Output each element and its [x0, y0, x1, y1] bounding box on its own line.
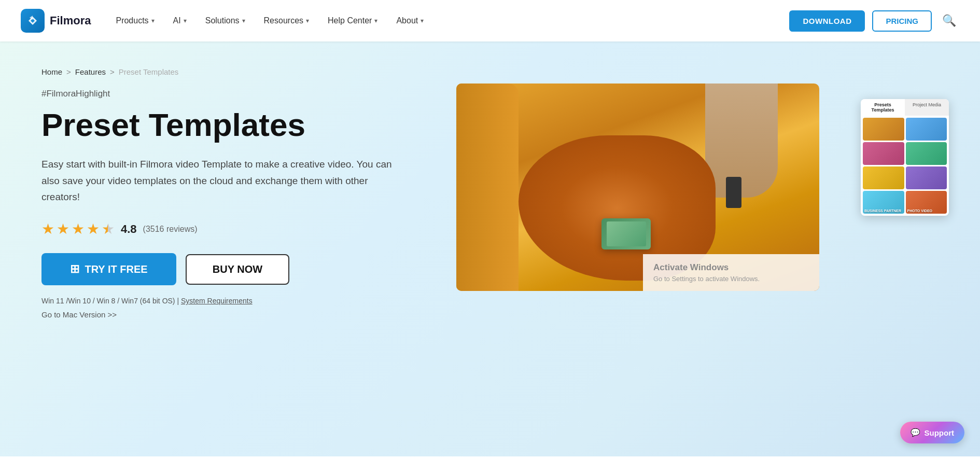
hero-section: Home > Features > Preset Templates #Film… — [0, 41, 980, 456]
windows-icon: ⊞ — [70, 262, 79, 276]
chevron-down-icon: ▾ — [374, 17, 377, 24]
nav-solutions-label: Solutions — [205, 16, 240, 25]
panel-cell-2[interactable] — [906, 118, 947, 141]
rating-score: 4.8 — [121, 222, 137, 236]
star-1: ★ — [41, 220, 54, 238]
activate-windows-overlay: Activate Windows Go to Settings to activ… — [643, 254, 819, 291]
nav-about[interactable]: About ▾ — [387, 0, 433, 41]
activate-windows-title: Activate Windows — [653, 262, 809, 273]
nav-solutions[interactable]: Solutions ▾ — [196, 0, 255, 41]
try-free-button[interactable]: ⊞ TRY IT FREE — [41, 253, 176, 285]
logo-text: Filmora — [50, 14, 91, 27]
search-button[interactable]: 🔍 — [939, 11, 959, 31]
star-rating: ★ ★ ★ ★ ★ — [41, 220, 115, 238]
nav-resources-label: Resources — [264, 16, 303, 25]
nav-ai[interactable]: AI ▾ — [164, 0, 196, 41]
chevron-down-icon: ▾ — [242, 17, 245, 24]
nav-products-label: Products — [116, 16, 148, 25]
system-requirements-link[interactable]: System Requirements — [181, 297, 253, 305]
hero-hashtag: #FilmoraHighlight — [41, 89, 425, 99]
panel-cell-3[interactable] — [863, 142, 904, 165]
hero-right: Activate Windows Go to Settings to activ… — [456, 84, 939, 301]
nav-resources[interactable]: Resources ▾ — [255, 0, 318, 41]
try-free-label: TRY IT FREE — [85, 263, 147, 275]
chevron-down-icon: ▾ — [151, 17, 155, 24]
chevron-down-icon: ▾ — [184, 17, 187, 24]
cell-7-label: BUSINESS PARTNER — [864, 209, 901, 213]
breadcrumb-home[interactable]: Home — [41, 67, 62, 76]
nav-products[interactable]: Products ▾ — [106, 0, 163, 41]
cell-8-label: PHOTO VIDEO — [907, 209, 933, 213]
pricing-button[interactable]: PRICING — [872, 10, 932, 32]
ui-panel-overlay: Presets Templates Project Media — [861, 99, 949, 216]
star-half: ★ — [102, 220, 115, 238]
floating-thumbnail — [601, 218, 651, 249]
panel-tab-presets[interactable]: Presets Templates — [861, 99, 905, 116]
support-chat-icon: 💬 — [911, 428, 920, 437]
panel-tab-media[interactable]: Project Media — [905, 99, 949, 116]
hero-content: #FilmoraHighlight Preset Templates Easy … — [41, 84, 939, 319]
rating-row: ★ ★ ★ ★ ★ 4.8 (3516 reviews) — [41, 220, 425, 238]
hero-image: Activate Windows Go to Settings to activ… — [456, 84, 819, 291]
main-nav: Products ▾ AI ▾ Solutions ▾ Resources ▾ … — [106, 0, 789, 41]
panel-cell-5[interactable] — [863, 166, 904, 189]
download-button[interactable]: DOWNLOAD — [789, 10, 865, 32]
logo-icon — [21, 9, 45, 33]
panel-cell-4[interactable] — [906, 142, 947, 165]
nav-help-center[interactable]: Help Center ▾ — [318, 0, 387, 41]
nav-ai-label: AI — [173, 16, 181, 25]
system-requirements-text: Win 11 /Win 10 / Win 8 / Win7 (64 bit OS… — [41, 297, 425, 305]
brush-decoration — [726, 177, 741, 208]
star-3: ★ — [72, 220, 85, 238]
nav-help-center-label: Help Center — [328, 16, 372, 25]
breadcrumb-sep: > — [66, 67, 71, 76]
chevron-down-icon: ▾ — [421, 17, 424, 24]
mac-version-link[interactable]: Go to Mac Version >> — [41, 310, 425, 319]
person-arm-decoration — [705, 84, 778, 198]
hero-title: Preset Templates — [41, 107, 425, 143]
breadcrumb: Home > Features > Preset Templates — [41, 67, 939, 76]
thumbnail-inner — [607, 221, 646, 246]
header-actions: DOWNLOAD PRICING 🔍 — [789, 10, 959, 32]
panel-cell-7[interactable]: BUSINESS PARTNER — [863, 191, 904, 214]
breadcrumb-sep2: > — [110, 67, 115, 76]
activate-windows-subtitle: Go to Settings to activate Windows. — [653, 275, 809, 283]
search-icon: 🔍 — [942, 14, 956, 27]
support-chat-label: Support — [925, 428, 955, 437]
star-2: ★ — [57, 220, 69, 238]
panel-cell-8[interactable]: PHOTO VIDEO — [906, 191, 947, 214]
breadcrumb-current: Preset Templates — [119, 67, 179, 76]
panel-grid: BUSINESS PARTNER PHOTO VIDEO — [861, 116, 949, 216]
cta-row: ⊞ TRY IT FREE BUY NOW — [41, 253, 425, 285]
rating-count: (3516 reviews) — [143, 225, 198, 234]
ui-panel-tabs: Presets Templates Project Media — [861, 99, 949, 116]
star-4: ★ — [87, 220, 100, 238]
panel-cell-6[interactable] — [906, 166, 947, 189]
header: Filmora Products ▾ AI ▾ Solutions ▾ Reso… — [0, 0, 980, 41]
sofa-decoration — [456, 84, 519, 291]
panel-cell-1[interactable] — [863, 118, 904, 141]
support-chat-button[interactable]: 💬 Support — [900, 422, 965, 443]
logo-area[interactable]: Filmora — [21, 9, 91, 33]
nav-about-label: About — [396, 16, 418, 25]
chevron-down-icon: ▾ — [306, 17, 309, 24]
breadcrumb-features[interactable]: Features — [75, 67, 106, 76]
buy-now-button[interactable]: BUY NOW — [186, 254, 289, 285]
hero-left: #FilmoraHighlight Preset Templates Easy … — [41, 84, 425, 319]
sys-req-label: Win 11 /Win 10 / Win 8 / Win7 (64 bit OS… — [41, 297, 179, 305]
hero-description: Easy start with built-in Filmora video T… — [41, 156, 394, 205]
